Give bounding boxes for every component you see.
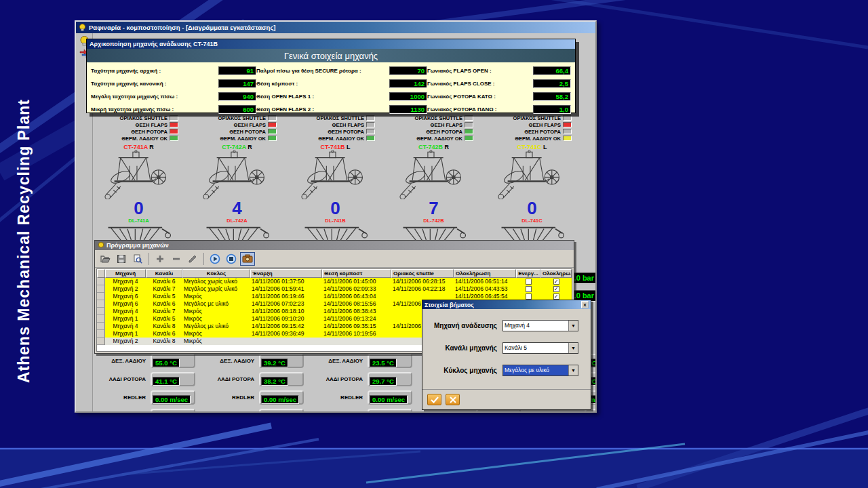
done-checkbox[interactable]: ✓ bbox=[553, 279, 559, 285]
col-start[interactable]: Έναρξη bbox=[250, 269, 322, 278]
edit-row-button[interactable] bbox=[185, 252, 200, 266]
preview-button[interactable] bbox=[130, 252, 145, 266]
col-active[interactable]: Ενεργ... bbox=[516, 269, 540, 278]
cell-start: 14/11/2006 06:19:46 bbox=[250, 293, 322, 300]
add-row-button[interactable] bbox=[153, 252, 167, 266]
compost-turner-drawing bbox=[94, 150, 184, 199]
step-field-combobox[interactable]: Κανάλι 5 ▼ bbox=[502, 342, 578, 354]
stop-button[interactable] bbox=[224, 252, 239, 266]
init-fields-grid: Ταχύτητα μηχανής αρχική : 91 Ταχύτητα μη… bbox=[87, 62, 575, 117]
flaps-lamp-indicator bbox=[366, 122, 375, 127]
combobox-value: Κανάλι 5 bbox=[503, 343, 568, 353]
save-disk-icon bbox=[117, 254, 126, 264]
row-selector[interactable] bbox=[97, 293, 105, 300]
init-field-led-value: 1000 bbox=[389, 92, 427, 101]
done-checkbox[interactable]: ✓ bbox=[553, 293, 559, 300]
combobox-value: Μηχανή 4 bbox=[503, 321, 568, 331]
done-checkbox[interactable]: ✓ bbox=[553, 286, 559, 292]
cell-start: 14/11/2006 09:10:20 bbox=[250, 315, 322, 323]
step-field-row: Μηχανή ανάδευσης Μηχανή 4 ▼ bbox=[422, 319, 591, 331]
rotor-oil-temp-label: ΛΑΔΙ ΡΟΤΟΡΑ bbox=[201, 376, 259, 382]
save-button[interactable] bbox=[114, 252, 129, 266]
init-field: Ταχύτητα μηχανής αρχική : 91 bbox=[91, 64, 256, 77]
toolbar-separator bbox=[203, 253, 204, 265]
remove-row-button[interactable] bbox=[169, 252, 184, 266]
cancel-button[interactable] bbox=[446, 394, 460, 405]
cell-machine: Μηχανή 2 bbox=[105, 338, 146, 345]
rotor-oil-temp-value: 38.2 °C bbox=[261, 377, 288, 386]
lamp-label-oil-temp: ΘΕΡΜ. ΛΑΔΙΟΥ ΟΚ bbox=[318, 136, 364, 142]
open-button[interactable] bbox=[98, 252, 113, 266]
cell-shuttle: 14/11/2006 04:22:18 bbox=[391, 285, 454, 293]
col-done[interactable]: Ολοκληρω... bbox=[540, 269, 572, 278]
col-channel[interactable]: Κανάλι bbox=[146, 269, 182, 278]
dl-unit-label: DL-742A bbox=[188, 218, 286, 224]
redler-speed-value: 0.00 m/sec bbox=[153, 395, 191, 404]
cell-compost: 14/11/2006 02:09:33 bbox=[322, 285, 391, 293]
active-checkbox[interactable] bbox=[526, 279, 532, 285]
step-dialog-body: Μηχανή ανάδευσης Μηχανή 4 ▼ Κανάλι μηχαν… bbox=[422, 309, 591, 389]
col-cycle[interactable]: Κύκλος bbox=[182, 269, 250, 278]
machine-code: CT-741C bbox=[517, 144, 541, 150]
step-field-row: Κανάλι μηχανής Κανάλι 5 ▼ bbox=[422, 342, 591, 354]
start-button[interactable] bbox=[208, 252, 222, 266]
record-button[interactable] bbox=[240, 252, 255, 266]
row-selector[interactable] bbox=[97, 323, 105, 330]
lamp-label-rotor: ΘΕΣΗ ΡΟΤΟΡΑ bbox=[426, 129, 462, 135]
row-selector[interactable] bbox=[97, 285, 105, 293]
checkmark-icon bbox=[431, 396, 439, 403]
cell-cycle: Μεγάλος με υλικό bbox=[182, 323, 250, 330]
redler-speed-label: REDLER bbox=[93, 394, 151, 401]
row-selector[interactable] bbox=[97, 338, 105, 345]
init-field-led-value: 66,4 bbox=[533, 66, 571, 75]
step-field-combobox[interactable]: Μεγάλος με υλικό ▼ bbox=[502, 365, 578, 376]
active-checkbox[interactable] bbox=[526, 286, 532, 292]
chevron-down-icon[interactable]: ▼ bbox=[568, 343, 578, 353]
cell-cycle: Μικρός bbox=[182, 338, 250, 345]
init-field-led-value: 1,0 bbox=[533, 105, 571, 114]
col-complete[interactable]: Ολοκλήρωση bbox=[454, 269, 516, 278]
program-table-header: Μηχανή Κανάλι Κύκλος Έναρξη Θεσή κόμποστ… bbox=[97, 269, 572, 278]
machine-counter-value: 0 bbox=[483, 199, 581, 217]
cell-start: 14/11/2006 01:37:50 bbox=[250, 278, 322, 285]
table-row[interactable]: Μηχανή 2 Κανάλι 7 Μεγάλος χωρίς υλικό 14… bbox=[97, 285, 572, 293]
cell-machine: Μηχανή 4 bbox=[105, 278, 146, 285]
toolbar-separator bbox=[149, 253, 149, 265]
rotor-lamp-indicator bbox=[268, 129, 277, 134]
cell-cycle: Μικρός bbox=[182, 315, 250, 323]
cell-cycle: Μεγάλος χωρίς υλικό bbox=[182, 278, 250, 285]
init-dialog-titlebar[interactable]: Αρχικοποίηση μηχανής ανάδευσης CT-741B bbox=[87, 39, 575, 49]
table-row[interactable]: Μηχανή 4 Κανάλι 6 Μεγάλος χωρίς υλικό 14… bbox=[97, 278, 572, 285]
row-selector[interactable] bbox=[97, 308, 105, 315]
program-window-icon bbox=[98, 242, 104, 249]
row-selector[interactable] bbox=[97, 315, 105, 323]
col-compost[interactable]: Θεσή κόμποστ bbox=[322, 269, 391, 278]
row-selector[interactable] bbox=[97, 330, 105, 338]
confirm-button[interactable] bbox=[427, 394, 441, 405]
step-dialog-titlebar[interactable]: Στοιχεία βήματος x bbox=[422, 300, 591, 309]
chevron-down-icon[interactable]: ▼ bbox=[568, 321, 578, 331]
rotor-lamp-indicator bbox=[465, 129, 473, 134]
init-field: Γωνιακός ΡΟΤΟΡΑ ΚΑΤΩ : 58,2 bbox=[427, 90, 571, 102]
col-shuttle[interactable]: Οριακός shuttle bbox=[391, 269, 454, 278]
init-field-led-value: 2,5 bbox=[533, 79, 571, 88]
col-machine[interactable]: Μηχανή bbox=[105, 269, 146, 278]
x-icon bbox=[450, 396, 456, 403]
machine-name: CT-741C L bbox=[483, 144, 581, 150]
flaps-lamp-indicator bbox=[268, 122, 277, 127]
active-checkbox[interactable] bbox=[526, 293, 532, 300]
step-field-combobox[interactable]: Μηχανή 4 ▼ bbox=[502, 320, 578, 331]
init-field-label: Μικρή ταχύτητα μηχανής πίσω : bbox=[91, 106, 218, 113]
row-selector[interactable] bbox=[97, 278, 105, 285]
close-icon[interactable]: x bbox=[581, 301, 589, 308]
init-field-label: Γωνιακός ΡΟΤΟΡΑ ΚΑΤΩ : bbox=[427, 94, 533, 100]
init-field-led-value: 940 bbox=[218, 92, 256, 101]
camera-icon bbox=[242, 254, 253, 263]
init-field: Γωνιακός ΡΟΤΟΡΑ ΠΑΝΩ : 1,0 bbox=[427, 103, 571, 115]
chevron-down-icon[interactable]: ▼ bbox=[568, 365, 578, 375]
init-dialog-header: Γενικά στοιχεία μηχανής bbox=[87, 49, 575, 62]
machine-code: CT-742A bbox=[222, 144, 246, 150]
program-titlebar[interactable]: Πρόγραμμα μηχανών bbox=[95, 241, 574, 250]
row-selector[interactable] bbox=[97, 300, 105, 308]
app-titlebar[interactable]: Ραφιναρία - κομποστοποίηση - [Διαγράμματ… bbox=[76, 22, 595, 33]
